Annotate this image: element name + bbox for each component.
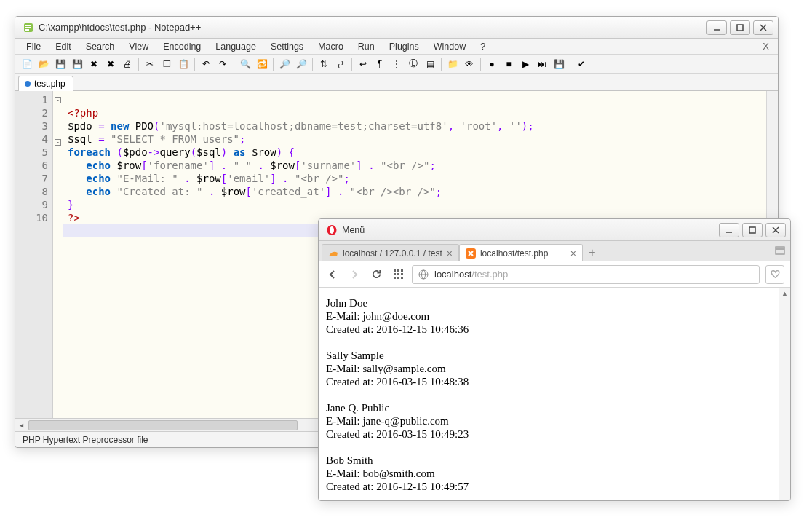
opera-titlebar[interactable]: Menü (319, 219, 790, 241)
doc-map-icon[interactable]: ▤ (423, 57, 437, 71)
menu-help[interactable]: ? (474, 40, 492, 53)
browser-tab-phpmyadmin[interactable]: localhost / 127.0.0.1 / test × (322, 244, 459, 261)
paste-icon[interactable]: 📋 (176, 57, 191, 71)
svg-rect-19 (401, 269, 403, 272)
tab-label: localhost / 127.0.0.1 / test (343, 248, 442, 259)
copy-icon[interactable]: ❐ (159, 57, 174, 71)
opera-addressbar: localhost/test.php (319, 261, 790, 288)
close-button[interactable] (753, 20, 773, 35)
browser-tab-testphp[interactable]: localhost/test.php × (459, 244, 583, 261)
menu-language[interactable]: Language (209, 40, 263, 53)
line-number: 3 (15, 119, 48, 133)
npp-title: C:\xampp\htdocs\test.php - Notepad++ (39, 22, 702, 33)
fold-toggle-icon[interactable]: - (55, 97, 61, 103)
svg-rect-24 (397, 277, 399, 279)
save-icon[interactable]: 💾 (53, 57, 68, 71)
save-all-icon[interactable]: 💾 (70, 57, 84, 71)
menu-window[interactable]: Window (427, 40, 472, 53)
code-line: foreach ($pdo->query($sql) as $row) { (68, 146, 295, 158)
tab-close-icon[interactable]: × (447, 248, 453, 259)
npp-menubar: File Edit Search View Encoding Language … (15, 39, 778, 55)
menu-encoding[interactable]: Encoding (156, 40, 207, 53)
bookmark-button[interactable] (765, 265, 784, 284)
spell-icon[interactable]: ✔ (574, 57, 589, 71)
find-icon[interactable]: 🔍 (238, 57, 252, 71)
menu-edit[interactable]: Edit (49, 40, 78, 53)
new-tab-button[interactable]: + (583, 245, 602, 261)
menu-settings[interactable]: Settings (264, 40, 310, 53)
user-record: Jane Q. PublicE-Mail: jane-q@public.comC… (326, 401, 783, 441)
opera-tabbar: localhost / 127.0.0.1 / test × localhost… (319, 241, 790, 261)
menu-file[interactable]: File (20, 40, 47, 53)
toolbar-separator (273, 58, 274, 71)
minimize-button[interactable] (719, 223, 739, 237)
code-line: <?php (68, 107, 98, 119)
menu-run[interactable]: Run (351, 40, 381, 53)
line-number-gutter: 12345678910 (15, 91, 53, 418)
svg-rect-21 (397, 273, 399, 275)
redo-icon[interactable]: ↷ (215, 57, 230, 71)
user-email: E-Mail: bob@smith.com (326, 467, 783, 480)
code-line: ?> (68, 212, 80, 224)
npp-titlebar[interactable]: C:\xampp\htdocs\test.php - Notepad++ (15, 17, 778, 39)
address-field[interactable]: localhost/test.php (412, 265, 760, 284)
maximize-button[interactable] (742, 223, 763, 237)
forward-button[interactable] (346, 267, 362, 283)
zoom-in-icon[interactable]: 🔎 (277, 57, 292, 71)
wrap-icon[interactable]: ↩ (356, 57, 370, 71)
play-multi-icon[interactable]: ⏭ (535, 57, 549, 71)
opera-browser-window: Menü localhost / 127.0.0.1 / test × loca… (318, 218, 791, 501)
lang-icon[interactable]: Ⓛ (406, 57, 421, 71)
sync-h-icon[interactable]: ⇄ (333, 57, 348, 71)
maximize-button[interactable] (730, 20, 750, 35)
sync-v-icon[interactable]: ⇅ (317, 57, 331, 71)
menu-search[interactable]: Search (79, 40, 122, 53)
monitor-icon[interactable]: 👁 (462, 57, 477, 71)
scroll-up-icon[interactable]: ▲ (779, 288, 790, 299)
code-line: $sql = "SELECT * FROM users"; (68, 133, 245, 145)
reload-button[interactable] (368, 267, 384, 283)
fold-toggle-icon[interactable]: - (55, 139, 61, 146)
minimize-button[interactable] (706, 20, 727, 35)
line-number: 2 (15, 106, 48, 119)
menu-plugins[interactable]: Plugins (383, 40, 426, 53)
svg-rect-1 (25, 25, 31, 26)
open-file-icon[interactable]: 📂 (36, 57, 51, 71)
opera-menu-button[interactable]: Menü (342, 225, 365, 235)
menu-view[interactable]: View (122, 40, 155, 53)
close-all-icon[interactable]: ✖ (103, 57, 118, 71)
file-tab-testphp[interactable]: test.php (18, 76, 73, 91)
tab-menu-icon[interactable] (770, 240, 790, 261)
globe-icon (418, 269, 429, 280)
tab-label: localhost/test.php (480, 248, 566, 259)
line-number: 7 (15, 172, 48, 185)
record-icon[interactable]: ● (485, 57, 499, 71)
scroll-thumb[interactable] (28, 420, 298, 430)
npp-window-controls (706, 20, 773, 35)
stop-icon[interactable]: ■ (501, 57, 516, 71)
svg-rect-23 (394, 277, 396, 279)
zoom-out-icon[interactable]: 🔎 (294, 57, 309, 71)
save-macro-icon[interactable]: 💾 (552, 57, 566, 71)
speed-dial-button[interactable] (390, 267, 406, 283)
play-icon[interactable]: ▶ (518, 57, 533, 71)
browser-page-content[interactable]: John DoeE-Mail: john@doe.comCreated at: … (319, 288, 790, 500)
close-button[interactable] (765, 223, 786, 237)
menu-macro[interactable]: Macro (311, 40, 350, 53)
menubar-close-icon[interactable]: X (758, 41, 773, 52)
back-button[interactable] (325, 267, 341, 283)
close-icon[interactable]: ✖ (87, 57, 101, 71)
replace-icon[interactable]: 🔁 (255, 57, 269, 71)
page-vertical-scrollbar[interactable]: ▲ (779, 288, 790, 500)
cut-icon[interactable]: ✂ (143, 57, 157, 71)
folder-icon[interactable]: 📁 (445, 57, 460, 71)
print-icon[interactable]: 🖨 (120, 57, 135, 71)
indent-guide-icon[interactable]: ⋮ (389, 57, 404, 71)
undo-icon[interactable]: ↶ (199, 57, 213, 71)
scroll-left-icon[interactable]: ◄ (15, 419, 28, 432)
show-all-icon[interactable]: ¶ (373, 57, 387, 71)
tab-close-icon[interactable]: × (570, 248, 576, 259)
new-file-icon[interactable]: 📄 (20, 57, 34, 71)
toolbar-separator (441, 58, 442, 71)
toolbar-separator (234, 58, 234, 71)
